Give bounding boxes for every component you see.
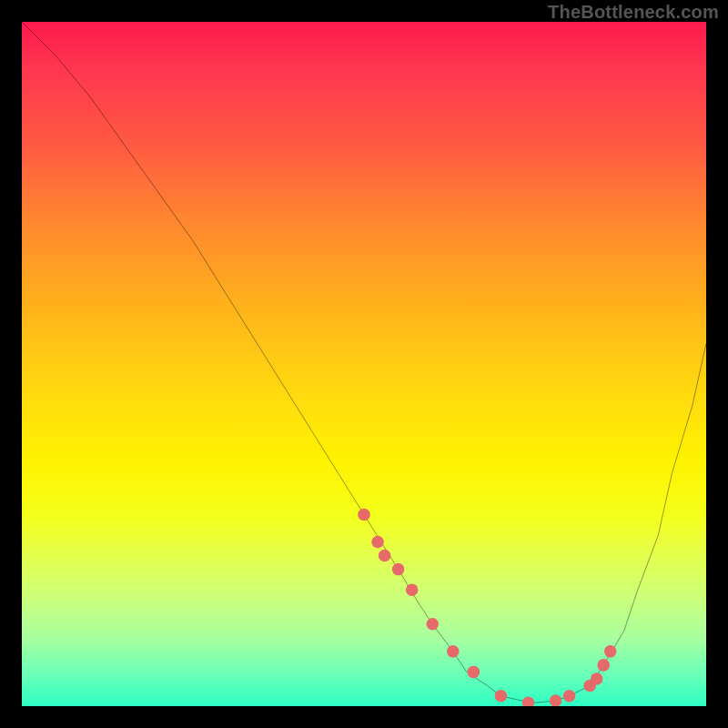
highlight-dot — [591, 672, 603, 685]
watermark-text: TheBottleneck.com — [548, 2, 719, 23]
highlight-dot — [522, 696, 535, 706]
highlight-dot — [550, 694, 562, 706]
highlight-dots — [358, 509, 616, 706]
highlight-dot — [371, 536, 384, 549]
highlight-dot — [447, 645, 460, 658]
plot-area — [22, 22, 706, 706]
highlight-dot — [406, 583, 419, 596]
highlight-dot — [392, 563, 405, 576]
chart-frame: TheBottleneck.com — [0, 0, 728, 728]
highlight-dot — [495, 690, 508, 703]
curve-svg — [22, 22, 706, 706]
highlight-dot — [597, 659, 610, 672]
highlight-dot — [563, 690, 576, 703]
highlight-dot — [604, 645, 617, 658]
highlight-dot — [358, 509, 370, 521]
highlight-dot — [426, 618, 439, 631]
bottleneck-curve — [22, 22, 706, 703]
highlight-dot — [379, 550, 391, 562]
highlight-dot — [468, 666, 480, 679]
